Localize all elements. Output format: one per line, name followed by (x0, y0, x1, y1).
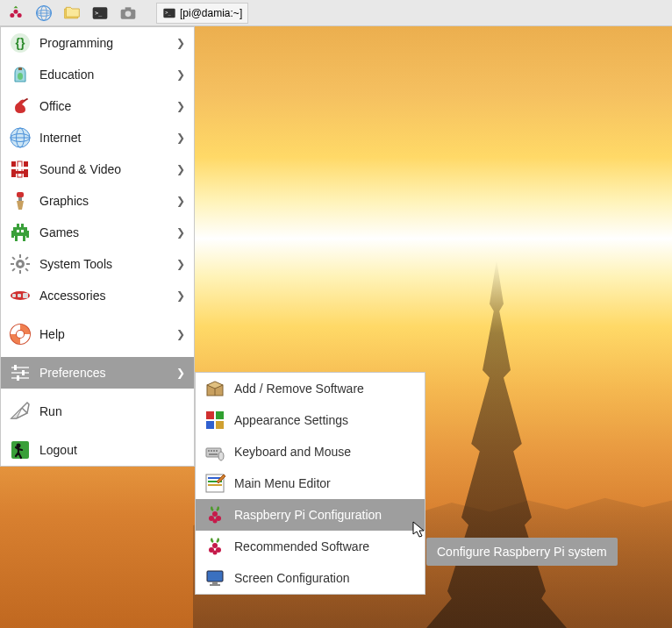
svg-rect-16 (18, 68, 22, 70)
graphics-icon (10, 190, 31, 211)
menu-item-help[interactable]: Help ❯ (1, 318, 194, 350)
menu-label: Education (39, 68, 94, 82)
submenu-label: Add / Remove Software (234, 382, 364, 396)
svg-point-80 (212, 511, 218, 517)
menu-item-sound-video[interactable]: Sound & Video ❯ (1, 153, 194, 185)
svg-text:{}: {} (16, 36, 25, 50)
svg-rect-51 (18, 294, 21, 297)
tooltip-text: Configure Raspberry Pi system (437, 545, 607, 559)
sound-video-icon (10, 159, 31, 180)
svg-rect-74 (209, 453, 218, 455)
keyboard-mouse-icon (204, 441, 225, 462)
submenu-label: Raspberry Pi Configuration (234, 508, 382, 522)
svg-rect-60 (17, 375, 19, 381)
menu-item-logout[interactable]: Logout (1, 434, 194, 466)
svg-rect-37 (17, 230, 19, 232)
svg-text:>_: >_ (95, 9, 102, 16)
svg-rect-57 (11, 377, 29, 379)
games-icon (10, 222, 31, 243)
svg-rect-35 (17, 224, 19, 227)
svg-rect-72 (213, 450, 215, 452)
terminal-launcher[interactable]: >_ (88, 2, 112, 25)
chevron-right-icon: ❯ (176, 195, 185, 207)
web-browser-launcher[interactable] (32, 2, 56, 25)
taskbar-window-terminal[interactable]: >_ [pi@damia:~] (156, 3, 248, 24)
svg-rect-56 (11, 372, 29, 374)
svg-rect-26 (11, 167, 28, 169)
start-menu-button[interactable] (4, 2, 28, 25)
submenu-item-add-remove-software[interactable]: Add / Remove Software (196, 373, 425, 404)
menu-item-games[interactable]: Games ❯ (1, 217, 194, 248)
menu-item-programming[interactable]: {} Programming ❯ (1, 27, 194, 59)
submenu-item-keyboard-mouse[interactable]: Keyboard and Mouse (196, 436, 425, 467)
chevron-right-icon: ❯ (176, 163, 185, 175)
tooltip: Configure Raspberry Pi system (426, 538, 618, 566)
submenu-item-screen-configuration[interactable]: Screen Configuration (196, 562, 425, 594)
menu-item-internet[interactable]: Internet ❯ (1, 122, 194, 153)
run-icon (10, 401, 31, 422)
svg-rect-45 (25, 268, 28, 271)
svg-rect-43 (26, 263, 30, 265)
menu-label: Office (39, 99, 71, 113)
svg-rect-41 (19, 270, 21, 274)
svg-rect-33 (15, 236, 18, 241)
svg-point-2 (18, 13, 22, 18)
svg-point-48 (18, 262, 22, 266)
submenu-label: Recommended Software (234, 539, 369, 553)
svg-rect-50 (12, 294, 16, 297)
menu-label: Graphics (39, 194, 89, 208)
svg-rect-10 (125, 7, 132, 10)
taskbar-window-title: [pi@damia:~] (180, 7, 242, 19)
office-icon (10, 96, 31, 117)
submenu-item-main-menu-editor[interactable]: Main Menu Editor (196, 467, 425, 499)
menu-item-office[interactable]: Office ❯ (1, 90, 194, 122)
menu-label: Accessories (39, 289, 105, 303)
menu-label: System Tools (39, 257, 112, 271)
preferences-submenu: Add / Remove Software Appearance Setting… (195, 372, 425, 595)
submenu-item-appearance-settings[interactable]: Appearance Settings (196, 404, 425, 436)
svg-rect-65 (206, 411, 214, 419)
logout-icon (10, 439, 31, 460)
svg-point-83 (213, 519, 218, 524)
menu-item-run[interactable]: Run (1, 396, 194, 427)
svg-rect-67 (206, 421, 214, 429)
svg-rect-68 (216, 421, 224, 429)
menu-item-education[interactable]: Education ❯ (1, 59, 194, 90)
screenshot-launcher[interactable] (116, 2, 140, 25)
svg-rect-66 (216, 411, 224, 419)
svg-rect-47 (25, 256, 28, 260)
svg-point-75 (218, 452, 224, 460)
submenu-label: Appearance Settings (234, 413, 348, 427)
menu-editor-icon (204, 473, 225, 494)
svg-rect-46 (11, 268, 15, 271)
help-icon (10, 324, 31, 345)
screen-icon (204, 567, 225, 589)
svg-point-54 (16, 330, 25, 339)
svg-rect-73 (216, 450, 218, 452)
svg-point-87 (213, 551, 218, 555)
svg-rect-59 (22, 370, 25, 375)
menu-label: Help (39, 327, 65, 341)
svg-rect-44 (11, 256, 15, 260)
svg-rect-38 (21, 230, 24, 232)
taskbar: >_ >_ [pi@damia:~] (0, 0, 672, 26)
education-icon (10, 64, 31, 85)
svg-rect-36 (21, 224, 24, 227)
svg-rect-70 (208, 450, 210, 452)
chevron-right-icon: ❯ (176, 328, 185, 340)
menu-label: Logout (39, 443, 77, 457)
submenu-item-raspberry-pi-configuration[interactable]: Raspberry Pi Configuration (196, 499, 425, 531)
menu-item-system-tools[interactable]: System Tools ❯ (1, 248, 194, 280)
svg-point-11 (125, 11, 132, 17)
menu-item-graphics[interactable]: Graphics ❯ (1, 185, 194, 217)
package-icon (204, 378, 225, 399)
svg-rect-32 (26, 231, 29, 238)
svg-point-17 (18, 73, 23, 80)
svg-rect-71 (211, 450, 212, 452)
submenu-label: Keyboard and Mouse (234, 445, 351, 459)
menu-item-accessories[interactable]: Accessories ❯ (1, 280, 194, 311)
chevron-right-icon: ❯ (176, 100, 185, 112)
file-manager-launcher[interactable] (60, 2, 84, 25)
menu-item-preferences[interactable]: Preferences ❯ (1, 357, 194, 389)
submenu-item-recommended-software[interactable]: Recommended Software (196, 531, 425, 562)
